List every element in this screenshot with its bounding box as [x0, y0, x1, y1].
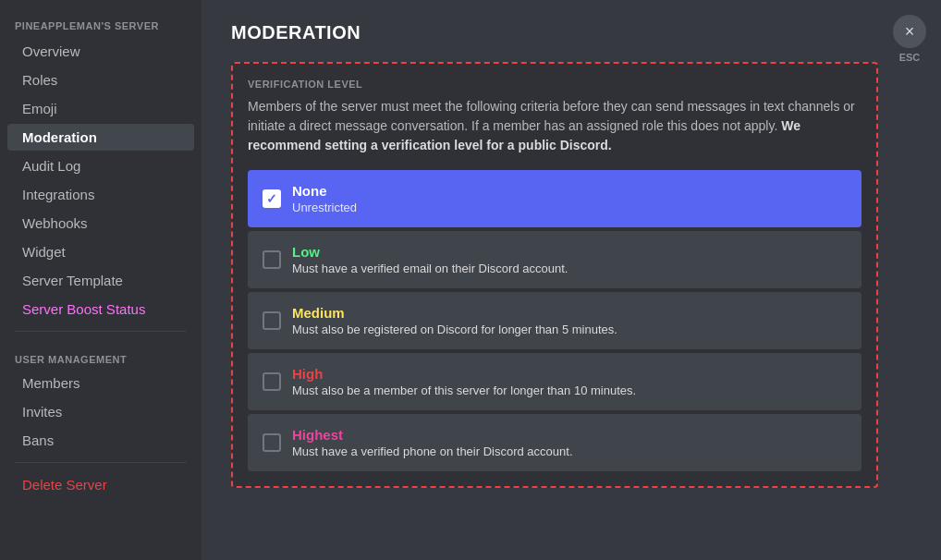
verification-description: Members of the server must meet the foll… — [248, 97, 862, 155]
sidebar-item-audit-log[interactable]: Audit Log — [7, 152, 194, 179]
sidebar-item-widget[interactable]: Widget — [7, 238, 194, 265]
checkbox-low — [263, 250, 281, 269]
sidebar-item-delete-server[interactable]: Delete Server — [7, 471, 194, 498]
close-icon: × — [905, 22, 915, 42]
description-text: Members of the server must meet the foll… — [248, 99, 855, 133]
option-desc-none: Unrestricted — [292, 201, 357, 214]
close-area: × ESC — [893, 15, 926, 63]
verification-section-label: Verification Level — [248, 79, 862, 90]
option-desc-medium: Must also be registered on Discord for l… — [292, 323, 617, 336]
checkbox-medium — [263, 311, 281, 330]
option-content-none: None Unrestricted — [292, 183, 357, 214]
sidebar: Pineappleman's Server Overview Roles Emo… — [0, 0, 202, 560]
sidebar-divider — [15, 331, 187, 332]
sidebar-divider-2 — [15, 462, 187, 463]
option-name-highest: Highest — [292, 427, 573, 443]
sidebar-item-members[interactable]: Members — [7, 370, 194, 396]
checkbox-high — [263, 372, 281, 391]
user-management-section-label: User Management — [0, 339, 202, 369]
sidebar-item-emoji[interactable]: Emoji — [7, 95, 194, 122]
verification-option-low[interactable]: Low Must have a verified email on their … — [248, 231, 862, 288]
page-title: MODERATION — [231, 22, 911, 43]
server-name: Pineappleman's Server — [0, 15, 202, 37]
verification-option-high[interactable]: High Must also be a member of this serve… — [248, 353, 862, 410]
option-content-highest: Highest Must have a verified phone on th… — [292, 427, 573, 458]
checkbox-highest — [263, 433, 281, 452]
option-content-high: High Must also be a member of this serve… — [292, 366, 636, 397]
option-name-high: High — [292, 366, 636, 382]
option-name-medium: Medium — [292, 305, 617, 321]
option-content-medium: Medium Must also be registered on Discor… — [292, 305, 617, 336]
sidebar-item-overview[interactable]: Overview — [7, 38, 194, 65]
verification-option-highest[interactable]: Highest Must have a verified phone on th… — [248, 414, 862, 471]
option-name-low: Low — [292, 244, 568, 260]
option-content-low: Low Must have a verified email on their … — [292, 244, 568, 275]
checkbox-none: ✓ — [263, 189, 281, 208]
sidebar-item-roles[interactable]: Roles — [7, 67, 194, 93]
verification-option-medium[interactable]: Medium Must also be registered on Discor… — [248, 292, 862, 349]
esc-label: ESC — [899, 52, 921, 63]
sidebar-item-webhooks[interactable]: Webhooks — [7, 210, 194, 237]
verification-container: Verification Level Members of the server… — [231, 62, 878, 488]
option-desc-high: Must also be a member of this server for… — [292, 383, 636, 397]
sidebar-item-server-template[interactable]: Server Template — [7, 267, 194, 294]
option-name-none: None — [292, 183, 357, 199]
sidebar-item-invites[interactable]: Invites — [7, 398, 194, 425]
verification-option-none[interactable]: ✓ None Unrestricted — [248, 170, 862, 227]
option-desc-highest: Must have a verified phone on their Disc… — [292, 444, 573, 458]
sidebar-item-server-boost-status[interactable]: Server Boost Status — [7, 296, 194, 323]
close-button[interactable]: × — [893, 15, 926, 48]
sidebar-item-bans[interactable]: Bans — [7, 427, 194, 454]
sidebar-item-moderation[interactable]: Moderation — [7, 124, 194, 151]
checkmark-icon: ✓ — [266, 191, 277, 206]
option-desc-low: Must have a verified email on their Disc… — [292, 262, 568, 275]
main-content: × ESC MODERATION Verification Level Memb… — [202, 0, 941, 560]
sidebar-item-integrations[interactable]: Integrations — [7, 181, 194, 208]
